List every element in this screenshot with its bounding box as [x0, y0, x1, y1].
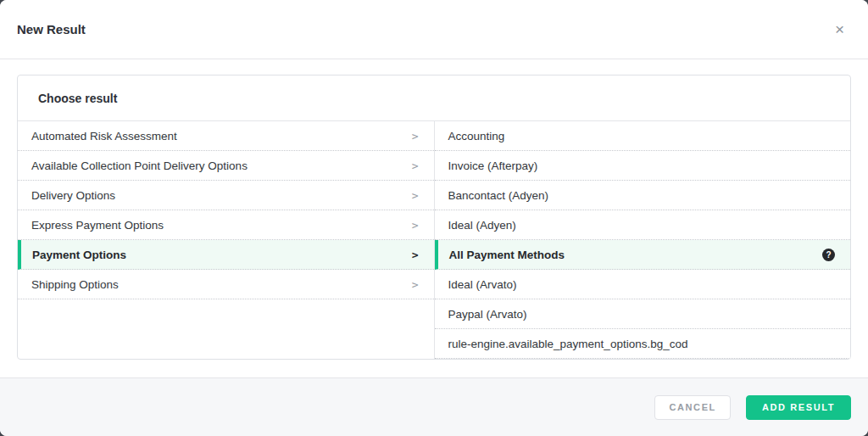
result-item[interactable]: Accounting — [435, 121, 851, 151]
result-item[interactable]: Ideal (Adyen) — [435, 210, 851, 240]
modal-body: Choose result Automated Risk Assessment>… — [0, 59, 868, 377]
category-item[interactable]: Shipping Options> — [18, 270, 434, 299]
add-result-button[interactable]: ADD RESULT — [746, 395, 851, 420]
result-item-label: Ideal (Arvato) — [448, 278, 517, 291]
modal-footer: CANCEL ADD RESULT — [0, 377, 868, 436]
chevron-right-icon: > — [412, 131, 419, 142]
category-item[interactable]: Automated Risk Assessment> — [18, 121, 434, 151]
result-item[interactable]: rule-engine.available_payment_options.bg… — [435, 329, 851, 359]
category-item-label: Shipping Options — [31, 278, 119, 291]
close-icon[interactable]: × — [832, 20, 848, 39]
cancel-button[interactable]: CANCEL — [654, 395, 730, 420]
category-item[interactable]: Payment Options> — [18, 240, 434, 270]
new-result-modal: New Result × Choose result Automated Ris… — [0, 0, 868, 436]
panel-title: Choose result — [18, 75, 850, 121]
category-item[interactable]: Delivery Options> — [18, 181, 434, 210]
category-item-label: Payment Options — [32, 249, 126, 261]
result-item[interactable]: All Payment Methods? — [435, 240, 851, 270]
result-item-label: Ideal (Adyen) — [448, 219, 516, 232]
result-item-label: Invoice (Afterpay) — [448, 159, 538, 172]
category-item[interactable]: Express Payment Options> — [18, 210, 434, 240]
result-item[interactable]: Invoice (Afterpay) — [435, 151, 851, 181]
chevron-right-icon: > — [412, 220, 419, 231]
category-item-label: Express Payment Options — [31, 219, 164, 232]
category-item-label: Delivery Options — [31, 189, 115, 202]
result-item[interactable]: Paypal (Arvato) — [435, 299, 851, 329]
category-item[interactable]: Available Collection Point Delivery Opti… — [18, 151, 434, 181]
chevron-right-icon: > — [412, 249, 419, 260]
choose-result-panel: Choose result Automated Risk Assessment>… — [17, 75, 851, 360]
result-item[interactable]: Ideal (Arvato) — [435, 270, 851, 299]
modal-title: New Result — [17, 22, 86, 36]
result-item-label: All Payment Methods — [449, 249, 565, 261]
result-item-label: rule-engine.available_payment_options.bg… — [448, 338, 688, 350]
result-list: AccountingInvoice (Afterpay)Bancontact (… — [435, 121, 851, 359]
chevron-right-icon: > — [412, 160, 419, 171]
help-icon[interactable]: ? — [822, 249, 835, 261]
result-item-label: Paypal (Arvato) — [448, 308, 527, 321]
chevron-right-icon: > — [412, 279, 419, 290]
category-item-label: Available Collection Point Delivery Opti… — [31, 159, 248, 172]
category-item-label: Automated Risk Assessment — [31, 130, 177, 143]
result-item-label: Bancontact (Adyen) — [448, 189, 549, 202]
category-list: Automated Risk Assessment>Available Coll… — [18, 121, 435, 359]
picker-columns: Automated Risk Assessment>Available Coll… — [18, 121, 850, 359]
result-item-label: Accounting — [448, 130, 505, 143]
result-item[interactable]: Bancontact (Adyen) — [435, 181, 851, 210]
modal-header: New Result × — [0, 0, 868, 59]
chevron-right-icon: > — [412, 190, 419, 201]
